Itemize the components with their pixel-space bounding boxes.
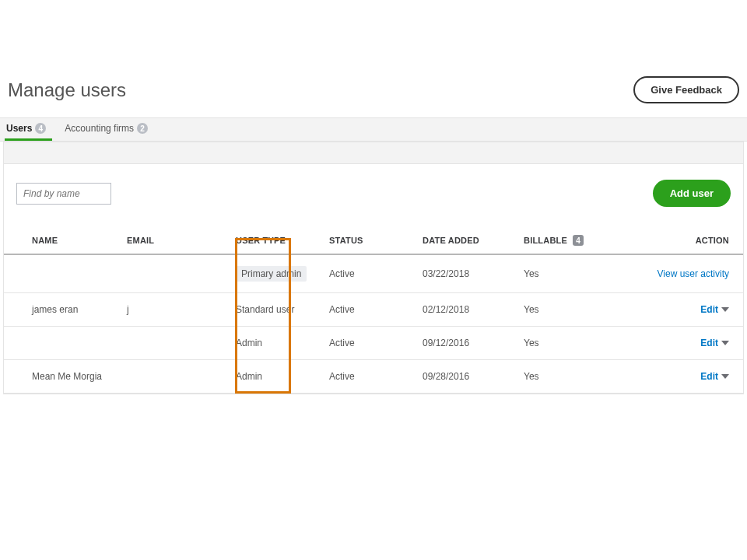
cell-billable: Yes [517, 293, 634, 327]
table-row: Primary admin Active 03/22/2018 Yes View… [4, 254, 743, 293]
cell-usertype: Primary admin [230, 254, 323, 293]
cell-status: Active [323, 327, 416, 360]
th-date-added[interactable]: DATE ADDED [416, 227, 517, 254]
page-root: Manage users Give Feedback Users 4 Accou… [0, 62, 747, 394]
cell-date: 09/28/2016 [416, 360, 517, 394]
th-billable[interactable]: BILLABLE 4 [517, 227, 634, 254]
th-billable-badge: 4 [573, 235, 584, 246]
cell-billable: Yes [517, 360, 634, 394]
table-row: Admin Active 09/12/2016 Yes Edit [4, 327, 743, 360]
tabs-bar: Users 4 Accounting firms 2 [0, 117, 747, 142]
cell-usertype: Admin [230, 360, 323, 394]
content-gap [4, 142, 743, 164]
cell-email: j [121, 293, 230, 327]
edit-button[interactable]: Edit [700, 338, 729, 348]
tab-users-count: 4 [35, 123, 46, 134]
th-action: ACTION [634, 227, 743, 254]
usertype-pill: Primary admin [236, 266, 307, 282]
cell-date: 03/22/2018 [416, 254, 517, 293]
cell-name: Mean Me Morgia [4, 360, 121, 394]
table-row: james eran j Standard user Active 02/12/… [4, 293, 743, 327]
cell-email [121, 254, 230, 293]
tab-accounting-firms-count: 2 [137, 123, 148, 134]
cell-email [121, 360, 230, 394]
table-header-row: NAME EMAIL USER TYPE STATUS DATE ADDED B… [4, 227, 743, 254]
edit-label: Edit [700, 304, 718, 315]
th-billable-label: BILLABLE [524, 236, 567, 245]
chevron-down-icon [721, 374, 729, 379]
th-status[interactable]: STATUS [323, 227, 416, 254]
view-user-activity-link[interactable]: View user activity [658, 268, 729, 279]
cell-action: Edit [634, 293, 743, 327]
content-area: Add user NAME EMAIL USER TYPE STATUS DAT… [3, 142, 744, 394]
cell-date: 02/12/2018 [416, 293, 517, 327]
table-row: Mean Me Morgia Admin Active 09/28/2016 Y… [4, 360, 743, 394]
search-input[interactable] [16, 183, 111, 205]
tab-users[interactable]: Users 4 [5, 118, 52, 141]
cell-email [121, 327, 230, 360]
chevron-down-icon [721, 341, 729, 345]
cell-billable: Yes [517, 254, 634, 293]
chevron-down-icon [721, 307, 729, 312]
edit-label: Edit [700, 371, 718, 382]
cell-name [4, 327, 121, 360]
users-table: NAME EMAIL USER TYPE STATUS DATE ADDED B… [4, 227, 743, 394]
edit-button[interactable]: Edit [700, 371, 729, 382]
toolbar: Add user [4, 164, 743, 213]
th-usertype[interactable]: USER TYPE [230, 227, 323, 254]
add-user-button[interactable]: Add user [653, 180, 731, 207]
cell-action: Edit [634, 327, 743, 360]
tab-accounting-firms[interactable]: Accounting firms 2 [63, 118, 154, 141]
cell-name [4, 254, 121, 293]
cell-billable: Yes [517, 327, 634, 360]
page-header: Manage users Give Feedback [0, 62, 747, 117]
cell-usertype: Standard user [230, 293, 323, 327]
tab-users-label: Users [6, 123, 32, 134]
cell-status: Active [323, 254, 416, 293]
cell-action: Edit [634, 360, 743, 394]
page-title: Manage users [8, 79, 126, 101]
cell-usertype: Admin [230, 327, 323, 360]
cell-status: Active [323, 360, 416, 394]
cell-status: Active [323, 293, 416, 327]
edit-label: Edit [700, 338, 718, 348]
cell-action: View user activity [634, 254, 743, 293]
edit-button[interactable]: Edit [700, 304, 729, 315]
cell-name: james eran [4, 293, 121, 327]
th-email[interactable]: EMAIL [121, 227, 230, 254]
tab-accounting-firms-label: Accounting firms [65, 123, 134, 134]
cell-date: 09/12/2016 [416, 327, 517, 360]
give-feedback-button[interactable]: Give Feedback [633, 76, 739, 103]
th-name[interactable]: NAME [4, 227, 121, 254]
